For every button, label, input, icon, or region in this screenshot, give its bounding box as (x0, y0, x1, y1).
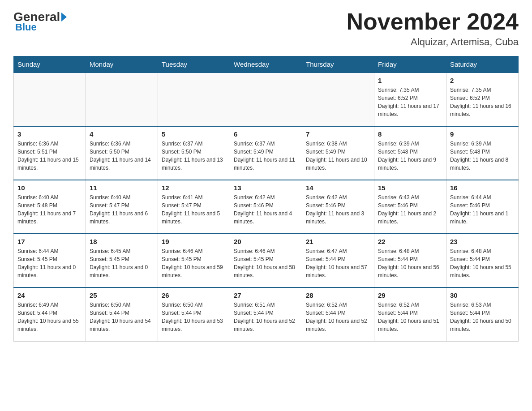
calendar-cell: 12Sunrise: 6:41 AMSunset: 5:47 PMDayligh… (158, 180, 230, 234)
calendar-cell: 7Sunrise: 6:38 AMSunset: 5:49 PMDaylight… (302, 126, 374, 180)
calendar-week-row: 3Sunrise: 6:36 AMSunset: 5:51 PMDaylight… (14, 126, 519, 180)
day-info: Sunrise: 6:38 AMSunset: 5:49 PMDaylight:… (306, 140, 370, 172)
calendar-cell: 26Sunrise: 6:50 AMSunset: 5:44 PMDayligh… (158, 287, 230, 341)
day-info: Sunrise: 6:40 AMSunset: 5:48 PMDaylight:… (17, 193, 82, 226)
calendar-cell (86, 73, 158, 126)
calendar-cell: 5Sunrise: 6:37 AMSunset: 5:50 PMDaylight… (158, 126, 230, 180)
header-friday: Friday (374, 56, 446, 73)
logo: General Blue (13, 9, 67, 33)
day-info: Sunrise: 6:43 AMSunset: 5:46 PMDaylight:… (378, 193, 442, 226)
day-number: 26 (162, 291, 226, 299)
calendar-cell: 11Sunrise: 6:40 AMSunset: 5:47 PMDayligh… (86, 180, 158, 234)
day-info: Sunrise: 6:46 AMSunset: 5:45 PMDaylight:… (162, 247, 226, 279)
logo-blue-text: Blue (13, 21, 37, 33)
day-info: Sunrise: 6:47 AMSunset: 5:44 PMDaylight:… (306, 247, 370, 279)
day-info: Sunrise: 6:51 AMSunset: 5:44 PMDaylight:… (234, 301, 298, 333)
day-number: 30 (450, 291, 515, 299)
day-info: Sunrise: 6:48 AMSunset: 5:44 PMDaylight:… (378, 247, 442, 279)
calendar-cell: 2Sunrise: 7:35 AMSunset: 6:52 PMDaylight… (446, 73, 519, 126)
calendar-cell: 9Sunrise: 6:39 AMSunset: 5:48 PMDaylight… (446, 126, 519, 180)
calendar-cell: 29Sunrise: 6:52 AMSunset: 5:44 PMDayligh… (374, 287, 446, 341)
header-thursday: Thursday (302, 56, 374, 73)
calendar-week-row: 10Sunrise: 6:40 AMSunset: 5:48 PMDayligh… (14, 180, 519, 234)
calendar-cell: 10Sunrise: 6:40 AMSunset: 5:48 PMDayligh… (14, 180, 86, 234)
calendar-cell (14, 73, 86, 126)
day-info: Sunrise: 6:50 AMSunset: 5:44 PMDaylight:… (162, 301, 226, 333)
day-number: 17 (17, 238, 82, 245)
day-info: Sunrise: 6:44 AMSunset: 5:46 PMDaylight:… (450, 193, 515, 226)
day-info: Sunrise: 6:42 AMSunset: 5:46 PMDaylight:… (234, 193, 298, 226)
day-number: 16 (450, 184, 515, 192)
header-monday: Monday (86, 56, 158, 73)
day-info: Sunrise: 6:52 AMSunset: 5:44 PMDaylight:… (306, 301, 370, 333)
day-info: Sunrise: 7:35 AMSunset: 6:52 PMDaylight:… (450, 86, 515, 118)
calendar-cell: 24Sunrise: 6:49 AMSunset: 5:44 PMDayligh… (14, 287, 86, 341)
day-number: 5 (162, 130, 226, 138)
day-number: 22 (378, 238, 442, 245)
calendar-cell (230, 73, 302, 126)
day-info: Sunrise: 6:40 AMSunset: 5:47 PMDaylight:… (90, 193, 154, 226)
calendar-cell: 30Sunrise: 6:53 AMSunset: 5:44 PMDayligh… (446, 287, 519, 341)
day-number: 2 (450, 77, 515, 84)
calendar-cell: 15Sunrise: 6:43 AMSunset: 5:46 PMDayligh… (374, 180, 446, 234)
day-info: Sunrise: 6:53 AMSunset: 5:44 PMDaylight:… (450, 301, 515, 333)
day-info: Sunrise: 6:39 AMSunset: 5:48 PMDaylight:… (450, 140, 515, 172)
day-info: Sunrise: 6:48 AMSunset: 5:44 PMDaylight:… (450, 247, 515, 279)
day-info: Sunrise: 6:44 AMSunset: 5:45 PMDaylight:… (17, 247, 82, 279)
day-info: Sunrise: 6:37 AMSunset: 5:50 PMDaylight:… (162, 140, 226, 172)
day-number: 29 (378, 291, 442, 299)
calendar-cell: 1Sunrise: 7:35 AMSunset: 6:52 PMDaylight… (374, 73, 446, 126)
day-info: Sunrise: 6:50 AMSunset: 5:44 PMDaylight:… (90, 301, 154, 333)
header-saturday: Saturday (446, 56, 519, 73)
day-number: 3 (17, 130, 82, 138)
day-number: 11 (90, 184, 154, 192)
day-number: 21 (306, 238, 370, 245)
calendar-cell: 21Sunrise: 6:47 AMSunset: 5:44 PMDayligh… (302, 234, 374, 287)
calendar-cell: 14Sunrise: 6:42 AMSunset: 5:46 PMDayligh… (302, 180, 374, 234)
calendar-cell: 16Sunrise: 6:44 AMSunset: 5:46 PMDayligh… (446, 180, 519, 234)
header-wednesday: Wednesday (230, 56, 302, 73)
day-number: 18 (90, 238, 154, 245)
day-number: 10 (17, 184, 82, 192)
day-number: 14 (306, 184, 370, 192)
day-info: Sunrise: 7:35 AMSunset: 6:52 PMDaylight:… (378, 86, 442, 118)
day-info: Sunrise: 6:46 AMSunset: 5:45 PMDaylight:… (234, 247, 298, 279)
calendar-cell: 19Sunrise: 6:46 AMSunset: 5:45 PMDayligh… (158, 234, 230, 287)
day-number: 1 (378, 77, 442, 84)
calendar-cell: 6Sunrise: 6:37 AMSunset: 5:49 PMDaylight… (230, 126, 302, 180)
calendar-header: Sunday Monday Tuesday Wednesday Thursday… (14, 56, 519, 73)
day-info: Sunrise: 6:39 AMSunset: 5:48 PMDaylight:… (378, 140, 442, 172)
calendar-cell: 20Sunrise: 6:46 AMSunset: 5:45 PMDayligh… (230, 234, 302, 287)
calendar-cell: 28Sunrise: 6:52 AMSunset: 5:44 PMDayligh… (302, 287, 374, 341)
day-number: 7 (306, 130, 370, 138)
day-number: 20 (234, 238, 298, 245)
day-info: Sunrise: 6:41 AMSunset: 5:47 PMDaylight:… (162, 193, 226, 226)
header-row: Sunday Monday Tuesday Wednesday Thursday… (14, 56, 519, 73)
calendar-week-row: 24Sunrise: 6:49 AMSunset: 5:44 PMDayligh… (14, 287, 519, 341)
calendar-cell: 27Sunrise: 6:51 AMSunset: 5:44 PMDayligh… (230, 287, 302, 341)
calendar-cell: 3Sunrise: 6:36 AMSunset: 5:51 PMDaylight… (14, 126, 86, 180)
calendar-cell: 8Sunrise: 6:39 AMSunset: 5:48 PMDaylight… (374, 126, 446, 180)
calendar-title: November 2024 (347, 9, 519, 34)
day-number: 4 (90, 130, 154, 138)
page-header: General Blue November 2024 Alquizar, Art… (13, 9, 519, 48)
day-number: 9 (450, 130, 515, 138)
calendar-week-row: 1Sunrise: 7:35 AMSunset: 6:52 PMDaylight… (14, 73, 519, 126)
day-number: 24 (17, 291, 82, 299)
calendar-cell: 22Sunrise: 6:48 AMSunset: 5:44 PMDayligh… (374, 234, 446, 287)
calendar-cell (302, 73, 374, 126)
logo-arrow-icon (61, 13, 67, 21)
header-sunday: Sunday (14, 56, 86, 73)
day-info: Sunrise: 6:36 AMSunset: 5:51 PMDaylight:… (17, 140, 82, 172)
calendar-body: 1Sunrise: 7:35 AMSunset: 6:52 PMDaylight… (14, 73, 519, 341)
day-number: 27 (234, 291, 298, 299)
day-number: 15 (378, 184, 442, 192)
header-tuesday: Tuesday (158, 56, 230, 73)
day-info: Sunrise: 6:42 AMSunset: 5:46 PMDaylight:… (306, 193, 370, 226)
calendar-week-row: 17Sunrise: 6:44 AMSunset: 5:45 PMDayligh… (14, 234, 519, 287)
calendar-cell: 25Sunrise: 6:50 AMSunset: 5:44 PMDayligh… (86, 287, 158, 341)
day-number: 23 (450, 238, 515, 245)
day-number: 12 (162, 184, 226, 192)
day-info: Sunrise: 6:45 AMSunset: 5:45 PMDaylight:… (90, 247, 154, 279)
day-info: Sunrise: 6:49 AMSunset: 5:44 PMDaylight:… (17, 301, 82, 333)
